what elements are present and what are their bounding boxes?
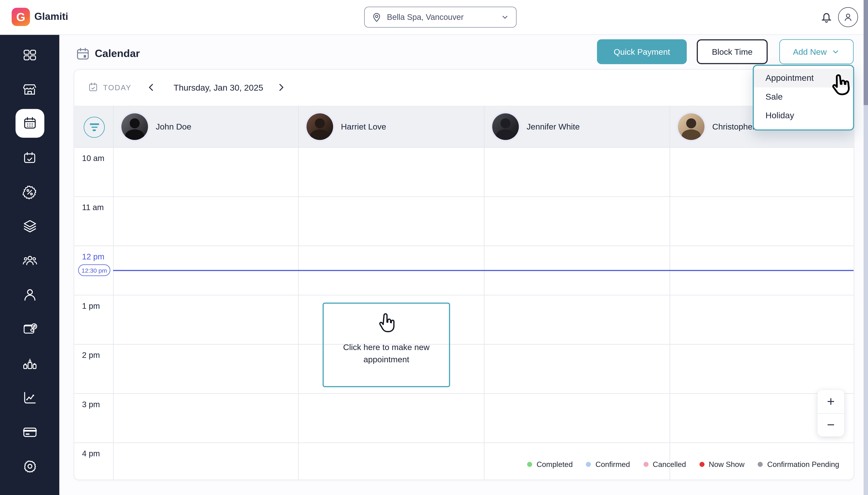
location-chevron-down-icon [501, 13, 509, 21]
chevron-left-icon [146, 82, 157, 93]
menu-item-holiday[interactable]: Holiday [754, 106, 853, 125]
sidebar-item-appointments[interactable] [15, 143, 44, 172]
sidebar-item-calendar[interactable] [15, 109, 44, 138]
column-divider [113, 106, 114, 480]
sidebar-item-services[interactable] [15, 212, 44, 241]
products-icon [22, 356, 37, 371]
block-time-button[interactable]: Block Time [697, 39, 768, 64]
staff-name: Jennifer White [526, 122, 580, 131]
time-label: 11 am [82, 203, 104, 212]
column-divider [298, 106, 299, 480]
logo-letter: G [16, 10, 25, 23]
page-title: Calendar [95, 48, 140, 60]
store-icon [22, 82, 37, 97]
analytics-icon [22, 390, 37, 405]
calendar-page-icon [76, 47, 91, 61]
time-label: 4 pm [82, 449, 100, 458]
status-dot [586, 462, 591, 467]
hour-line [74, 147, 854, 148]
legend-label: Confirmation Pending [767, 460, 839, 468]
hour-line [74, 344, 854, 345]
sidebar-item-dashboard[interactable] [15, 40, 44, 69]
sidebar-item-payments[interactable] [15, 417, 44, 446]
sidebar-nav [0, 34, 60, 495]
user-menu-button[interactable] [838, 7, 858, 27]
staff-name: Harriet Love [341, 122, 386, 131]
wallet-transfer-icon [22, 321, 37, 337]
zoom-out-button[interactable]: − [818, 413, 844, 436]
location-pin-icon [372, 12, 382, 22]
location-select[interactable]: Bella Spa, Vancouver [364, 6, 517, 28]
next-day-button[interactable] [273, 79, 289, 96]
add-new-button[interactable]: Add New [779, 39, 854, 64]
new-appointment-hint-text: Click here to make new appointment [331, 341, 442, 365]
avatar [307, 113, 333, 139]
scrollbar-thumb[interactable] [864, 0, 868, 105]
previous-day-button[interactable] [143, 79, 160, 96]
new-appointment-hint-box[interactable]: Click here to make new appointment [323, 303, 450, 387]
hour-line [74, 442, 854, 443]
sidebar-item-team[interactable] [15, 246, 44, 275]
staff-name: Christopher [712, 122, 755, 131]
current-date: Thursday, Jan 30, 2025 [158, 83, 279, 93]
time-label: 10 am [82, 154, 104, 163]
staff-column-header[interactable]: Harriet Love [298, 106, 484, 147]
layers-icon [22, 219, 37, 234]
card-payment-icon [22, 424, 37, 440]
calendar-check-icon [22, 150, 37, 165]
legend-label: Completed [537, 460, 573, 468]
current-time-line [113, 270, 854, 271]
discount-icon [22, 185, 37, 199]
status-dot [758, 462, 763, 467]
avatar [492, 113, 519, 139]
sidebar-item-products[interactable] [15, 349, 44, 378]
filter-button[interactable] [84, 117, 105, 138]
team-icon [22, 253, 37, 268]
status-dot [643, 462, 648, 467]
sidebar-item-analytics[interactable] [15, 383, 44, 412]
hour-line [74, 393, 854, 394]
staff-name: John Doe [156, 122, 191, 131]
add-new-dropdown-menu: Appointment Sale Holiday [753, 65, 854, 131]
legend-item: Cancelled [643, 460, 686, 468]
avatar [678, 113, 705, 139]
time-label: 1 pm [82, 302, 100, 310]
sidebar-item-store[interactable] [15, 74, 44, 103]
add-new-label: Add New [793, 47, 827, 56]
calendar-zoom-control: + − [818, 390, 844, 437]
hour-line [74, 295, 854, 295]
notifications-bell-icon[interactable] [819, 10, 834, 25]
hand-pointer-icon [375, 312, 398, 336]
window-scrollbar[interactable] [864, 0, 868, 495]
status-dot [699, 462, 704, 467]
staff-column-header[interactable]: John Doe [113, 106, 298, 147]
customer-icon [22, 287, 37, 303]
legend-item: Completed [527, 460, 573, 468]
sidebar-item-settings[interactable] [15, 452, 44, 481]
main-content: Calendar Quick Payment Block Time Add Ne… [60, 34, 868, 495]
chevron-right-icon [276, 82, 286, 93]
chevron-down-icon [832, 48, 840, 56]
hour-line [74, 196, 854, 197]
avatar [121, 113, 148, 139]
brand-logo: G [12, 8, 30, 26]
today-label: TODAY [103, 83, 132, 91]
staff-column-header[interactable]: Jennifer White [484, 106, 670, 147]
filter-icon [89, 123, 99, 125]
calendar-check-icon [87, 82, 99, 93]
sidebar-item-customers[interactable] [15, 280, 44, 309]
sidebar-item-discounts[interactable] [15, 177, 44, 206]
brand-name: Glamiti [34, 11, 68, 23]
calendar-icon [22, 116, 37, 131]
legend-label: Confirmed [595, 460, 630, 468]
legend-label: Cancelled [653, 460, 686, 468]
current-time-badge: 12:30 pm [78, 264, 110, 276]
sidebar-item-wallet[interactable] [15, 315, 44, 343]
column-divider [670, 106, 670, 480]
app-window: G Glamiti Bella Spa, Vancouver [0, 0, 868, 495]
zoom-in-button[interactable]: + [818, 390, 844, 413]
quick-payment-button[interactable]: Quick Payment [597, 39, 687, 64]
calendar-card: TODAY Thursday, Jan 30, 2025 John D [73, 69, 854, 480]
dashboard-icon [22, 47, 37, 62]
today-button[interactable]: TODAY [87, 82, 131, 93]
